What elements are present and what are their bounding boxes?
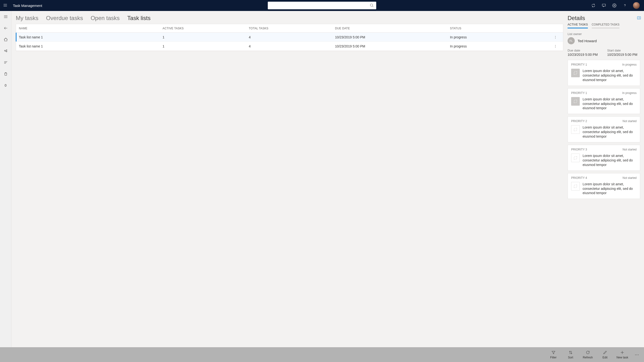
nav-shopping-icon[interactable] — [0, 71, 12, 77]
tab-my-tasks[interactable]: My tasks — [16, 15, 38, 21]
nav-back-icon[interactable] — [0, 25, 12, 31]
card-description: Lorem ipsum dolor sit amet, consectetur … — [582, 154, 636, 167]
nav-count[interactable]: 0 — [0, 83, 12, 88]
start-date-value: 10/23/2019 5:00 PM — [607, 53, 637, 56]
nav-hamburger-icon[interactable] — [0, 14, 12, 19]
svg-line-4 — [372, 6, 373, 7]
details-title: Details — [568, 15, 585, 21]
svg-point-13 — [6, 51, 7, 52]
card-status: In progress — [622, 91, 636, 95]
col-name[interactable]: NAME — [19, 27, 163, 30]
svg-rect-18 — [637, 16, 641, 19]
card-description: Lorem ipsum dolor sit amet, consectetur … — [582, 97, 636, 111]
table-row[interactable]: Task list name 11410/23/2019 5:00 PMIn p… — [16, 33, 563, 42]
card-status: In progress — [622, 63, 636, 66]
overflow-icon[interactable]: ⋯ — [634, 352, 640, 357]
col-status[interactable]: STATUS — [450, 27, 550, 30]
settings-icon[interactable] — [612, 3, 617, 8]
task-card[interactable]: PRIORITY 2Not startedLorem ipsum dolor s… — [568, 116, 640, 142]
topbar-actions — [591, 2, 640, 9]
cell-active: 1 — [163, 44, 249, 48]
card-thumb-icon — [571, 154, 580, 162]
command-bar: Filter Sort Refresh Edit New task ⋯ — [0, 347, 644, 362]
card-priority: PRIORITY 1 — [571, 63, 587, 66]
card-thumb-icon — [571, 182, 580, 190]
card-status: Not started — [622, 176, 636, 180]
task-card[interactable]: PRIORITY 1In progressLorem ipsum dolor s… — [568, 60, 640, 86]
search-box[interactable] — [268, 2, 376, 9]
task-list-table: NAME ACTIVE TASKS TOTAL TASKS DUE DATE S… — [16, 24, 563, 51]
card-description: Lorem ipsum dolor sit amet, consectetur … — [582, 182, 636, 195]
card-priority: PRIORITY 2 — [571, 120, 587, 123]
edit-label: Edit — [602, 356, 608, 359]
col-active-tasks[interactable]: ACTIVE TASKS — [163, 27, 249, 30]
edit-icon — [603, 350, 607, 355]
details-panel: Details ACTIVE TASKS COMPLETED TASKS Lis… — [568, 11, 644, 347]
row-more-icon[interactable]: ⋮ — [550, 35, 560, 39]
details-tab-active-tasks[interactable]: ACTIVE TASKS — [568, 23, 588, 28]
new-task-button[interactable]: New task — [616, 350, 628, 359]
task-card[interactable]: PRIORITY 4Not startedLorem ipsum dolor s… — [568, 173, 640, 199]
card-description: Lorem ipsum dolor sit amet, consectetur … — [582, 125, 636, 139]
cell-name: Task list name 1 — [19, 44, 163, 48]
filter-icon — [551, 350, 556, 355]
details-tabs: ACTIVE TASKS COMPLETED TASKS — [568, 23, 641, 28]
app-menu-icon[interactable] — [2, 3, 8, 8]
col-total-tasks[interactable]: TOTAL TASKS — [249, 27, 335, 30]
table-row[interactable]: Task list name 11410/23/2019 5:00 PMIn p… — [16, 42, 563, 51]
tab-overdue-tasks[interactable]: Overdue tasks — [46, 15, 83, 21]
col-due-date[interactable]: DUE DATE — [335, 27, 450, 30]
svg-point-14 — [6, 50, 7, 50]
filter-button[interactable]: Filter — [548, 350, 559, 359]
nav-list-icon[interactable] — [0, 60, 12, 65]
nav-activity-icon[interactable] — [0, 48, 12, 54]
tab-open-tasks[interactable]: Open tasks — [90, 15, 120, 21]
svg-rect-5 — [602, 4, 606, 6]
filter-label: Filter — [550, 356, 556, 359]
refresh-label: Refresh — [583, 356, 593, 359]
tab-task-lists[interactable]: Task lists — [127, 15, 150, 21]
card-status: Not started — [622, 148, 636, 151]
nav-home-icon[interactable] — [0, 37, 12, 42]
task-card[interactable]: PRIORITY 1In progressLorem ipsum dolor s… — [568, 88, 640, 114]
new-task-label: New task — [616, 356, 628, 359]
cell-status: In progress — [450, 35, 550, 39]
edit-button[interactable]: Edit — [599, 350, 611, 359]
open-in-new-icon[interactable] — [637, 16, 641, 21]
table-header: NAME ACTIVE TASKS TOTAL TASKS DUE DATE S… — [16, 24, 563, 33]
search-wrap — [268, 2, 376, 9]
start-date-label: Start date — [607, 49, 637, 52]
card-description: Lorem ipsum dolor sit amet, consectetur … — [582, 69, 636, 82]
svg-point-6 — [614, 5, 615, 6]
refresh-icon[interactable] — [591, 3, 596, 8]
center-panel: My tasksOverdue tasksOpen tasksTask list… — [12, 11, 568, 347]
card-priority: PRIORITY 1 — [571, 91, 587, 95]
sort-button[interactable]: Sort — [565, 350, 576, 359]
refresh-cmd-icon — [586, 350, 590, 355]
row-more-icon[interactable]: ⋮ — [550, 44, 560, 48]
details-tab-completed-tasks[interactable]: COMPLETED TASKS — [592, 23, 620, 28]
cell-due: 10/23/2019 5:00 PM — [335, 44, 450, 48]
task-card[interactable]: PRIORITY 3Not startedLorem ipsum dolor s… — [568, 145, 640, 171]
help-icon[interactable] — [622, 3, 627, 8]
cell-due: 10/23/2019 5:00 PM — [335, 35, 450, 39]
user-avatar[interactable] — [633, 2, 640, 9]
owner-label: List owner — [568, 32, 641, 36]
card-thumb-icon — [571, 97, 580, 106]
topbar: Task Management — [0, 0, 644, 11]
refresh-button[interactable]: Refresh — [582, 350, 594, 359]
card-status: Not started — [622, 120, 636, 123]
left-nav: 0 — [0, 11, 12, 347]
cell-active: 1 — [163, 35, 249, 39]
search-input[interactable] — [270, 3, 370, 7]
cell-name: Task list name 1 — [19, 35, 163, 39]
cell-total: 4 — [249, 44, 335, 48]
app-title: Task Management — [13, 3, 42, 8]
cell-status: In progress — [450, 44, 550, 48]
card-priority: PRIORITY 3 — [571, 148, 587, 151]
tabs: My tasksOverdue tasksOpen tasksTask list… — [16, 11, 568, 24]
owner-avatar[interactable]: FL — [568, 37, 575, 44]
chat-icon[interactable] — [602, 3, 606, 8]
sort-icon — [568, 350, 573, 355]
due-date-label: Due date — [568, 49, 598, 52]
